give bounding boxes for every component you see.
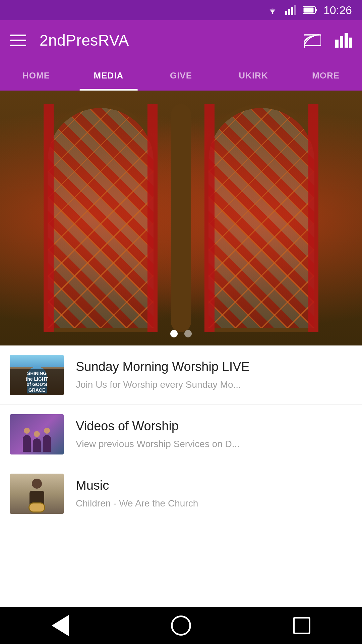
menu-button[interactable] (10, 35, 26, 46)
red-border-left-right-window (204, 104, 215, 332)
svg-rect-4 (294, 5, 296, 15)
right-arch-window (204, 104, 318, 332)
red-border-right-left-window (147, 104, 158, 332)
svg-rect-3 (291, 7, 293, 15)
thumbnail-music (10, 474, 64, 514)
figure-head-2 (34, 431, 40, 437)
app-title: 2ndPresRVA (40, 31, 129, 49)
thumbnail-videos-of-worship (10, 414, 64, 454)
list-item-music[interactable]: Music Children - We Are the Church (0, 464, 362, 523)
thumbnail-sunday-worship: SHININGthe LIGHTof GOD'SGRACE (10, 355, 64, 395)
left-arch-window (44, 104, 158, 332)
item-subtitle-videos-of-worship: View previous Worship Services on D... (76, 438, 352, 450)
item-title-music: Music (76, 478, 352, 493)
status-time: 10:26 (323, 4, 352, 17)
children-figures (23, 428, 51, 454)
svg-rect-6 (315, 9, 317, 11)
status-bar: 10:26 (0, 0, 362, 20)
svg-rect-13 (349, 38, 352, 48)
thumb-text-shining: SHININGthe LIGHTof GOD'SGRACE (10, 369, 64, 395)
item-content-music: Music Children - We Are the Church (76, 478, 352, 509)
recents-button[interactable] (288, 612, 315, 639)
nav-tabs: HOME MEDIA GIVE UKIRK MORE (0, 60, 362, 91)
person-head (32, 479, 42, 489)
item-content-sunday-worship: Sunday Morning Worship LIVE Join Us for … (76, 359, 352, 391)
tab-ukirk[interactable]: UKIRK (217, 60, 290, 91)
svg-rect-7 (303, 8, 313, 13)
svg-point-0 (272, 12, 273, 14)
item-title-videos-of-worship: Videos of Worship (76, 419, 352, 434)
tab-more[interactable]: MORE (290, 60, 362, 91)
drum (28, 502, 45, 513)
wifi-icon (266, 5, 279, 15)
media-list: SHININGthe LIGHTof GOD'SGRACE Sunday Mor… (0, 345, 362, 523)
analytics-icon[interactable] (335, 33, 352, 48)
figure-body-3 (43, 435, 51, 452)
thumb-children-image (10, 414, 64, 454)
list-item-videos-of-worship[interactable]: Videos of Worship View previous Worship … (0, 405, 362, 464)
svg-rect-2 (288, 9, 290, 15)
right-arch-outer (204, 104, 318, 332)
item-content-videos-of-worship: Videos of Worship View previous Worship … (76, 419, 352, 450)
cast-icon[interactable] (304, 33, 321, 48)
bottom-nav (0, 607, 362, 644)
svg-rect-10 (335, 40, 339, 48)
carousel-dot-2[interactable] (184, 330, 192, 337)
battery-icon (303, 6, 317, 14)
arch-divider (171, 104, 191, 332)
stained-glass-image (0, 91, 362, 345)
carousel-dot-1[interactable] (170, 330, 178, 337)
item-title-sunday-worship: Sunday Morning Worship LIVE (76, 359, 352, 375)
svg-rect-11 (340, 36, 343, 48)
figure-body-1 (23, 435, 31, 452)
item-subtitle-sunday-worship: Join Us for Worship every Sunday Mo... (76, 379, 352, 391)
left-arch-outer (44, 104, 158, 332)
tab-media[interactable]: MEDIA (72, 60, 145, 91)
svg-rect-12 (345, 33, 348, 48)
home-button[interactable] (168, 612, 194, 639)
app-bar: 2ndPresRVA (0, 20, 362, 60)
hero-banner (0, 91, 362, 345)
home-icon (171, 615, 191, 636)
back-button[interactable] (47, 612, 74, 639)
carousel-dots (170, 330, 192, 337)
back-icon (52, 615, 69, 636)
status-icons: 10:26 (266, 4, 352, 17)
tab-home[interactable]: HOME (0, 60, 72, 91)
diamond-grid-left (48, 108, 154, 328)
signal-icon (285, 5, 297, 15)
app-bar-right (304, 33, 352, 48)
list-item-sunday-worship[interactable]: SHININGthe LIGHTof GOD'SGRACE Sunday Mor… (0, 345, 362, 405)
item-subtitle-music: Children - We Are the Church (76, 497, 352, 509)
app-bar-left: 2ndPresRVA (10, 31, 129, 49)
music-person (29, 479, 44, 509)
svg-rect-1 (285, 11, 287, 15)
red-border-right (308, 104, 318, 332)
recents-icon (293, 617, 310, 634)
figure-head-1 (24, 428, 30, 434)
diamond-grid-right (208, 108, 314, 328)
figure-body-2 (33, 438, 41, 452)
tab-give[interactable]: GIVE (145, 60, 217, 91)
figure-head-3 (44, 428, 50, 434)
thumb-music-image (10, 474, 64, 514)
thumb-church-image: SHININGthe LIGHTof GOD'SGRACE (10, 355, 64, 395)
red-border-left (44, 104, 54, 332)
